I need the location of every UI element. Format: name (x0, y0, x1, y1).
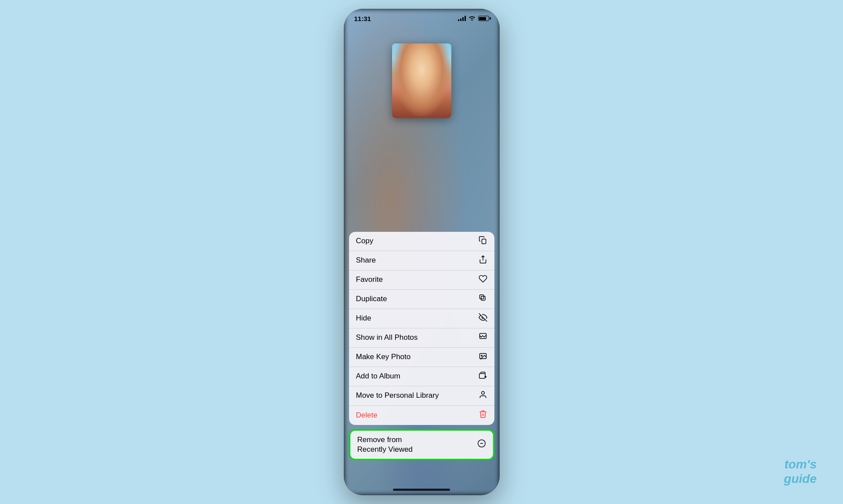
menu-item-show-all[interactable]: Show in All Photos (349, 328, 494, 348)
menu-item-add-album[interactable]: Add to Album (349, 367, 494, 386)
svg-rect-2 (481, 296, 485, 300)
menu-copy-label: Copy (356, 237, 374, 245)
menu-add-album-label: Add to Album (356, 372, 400, 381)
trash-icon (479, 410, 487, 421)
svg-rect-8 (479, 374, 485, 378)
menu-remove-section: Remove fromRecently Viewed (349, 429, 494, 460)
menu-hide-label: Hide (356, 314, 371, 323)
menu-move-library-label: Move to Personal Library (356, 391, 439, 400)
duplicate-icon (479, 294, 487, 305)
key-photo-icon (479, 352, 487, 363)
minus-circle-icon (477, 439, 486, 450)
menu-item-hide[interactable]: Hide (349, 309, 494, 328)
watermark-line1: tom's (784, 457, 817, 472)
watermark: tom's guide (784, 457, 817, 486)
menu-item-move-library[interactable]: Move to Personal Library (349, 386, 494, 406)
menu-item-share[interactable]: Share (349, 251, 494, 270)
photo-thumbnail (392, 43, 451, 118)
share-icon (479, 255, 487, 266)
photo-person (392, 43, 451, 118)
status-icons (458, 15, 489, 22)
menu-key-photo-label: Make Key Photo (356, 353, 411, 361)
menu-duplicate-label: Duplicate (356, 295, 387, 303)
heart-icon (479, 274, 487, 285)
menu-favorite-label: Favorite (356, 275, 383, 284)
menu-item-favorite[interactable]: Favorite (349, 270, 494, 290)
home-indicator (393, 489, 450, 491)
context-menu: Copy Share (349, 232, 494, 460)
person-icon (479, 390, 487, 401)
wifi-icon (468, 15, 476, 22)
svg-rect-0 (482, 239, 486, 244)
photo-area (344, 28, 500, 133)
battery-icon (478, 16, 489, 21)
svg-point-11 (481, 391, 484, 394)
menu-show-all-label: Show in All Photos (356, 333, 418, 342)
photos-icon (479, 332, 487, 343)
phone-frame: 11:31 (344, 9, 500, 495)
add-album-icon (479, 371, 487, 382)
hide-icon (479, 313, 487, 324)
svg-point-7 (481, 355, 482, 356)
svg-rect-3 (479, 295, 483, 299)
menu-item-remove-recently-viewed[interactable]: Remove fromRecently Viewed (350, 431, 493, 459)
menu-remove-label: Remove fromRecently Viewed (357, 435, 413, 454)
watermark-line2: guide (784, 472, 817, 486)
status-bar: 11:31 (344, 9, 500, 28)
menu-share-label: Share (356, 256, 376, 265)
menu-item-key-photo[interactable]: Make Key Photo (349, 348, 494, 367)
menu-item-duplicate[interactable]: Duplicate (349, 290, 494, 309)
signal-icon (458, 16, 466, 21)
menu-main-list: Copy Share (349, 232, 494, 425)
menu-item-delete[interactable]: Delete (349, 406, 494, 425)
status-time: 11:31 (354, 15, 371, 22)
copy-icon (479, 236, 487, 247)
menu-delete-label: Delete (356, 411, 378, 420)
menu-item-copy[interactable]: Copy (349, 232, 494, 251)
